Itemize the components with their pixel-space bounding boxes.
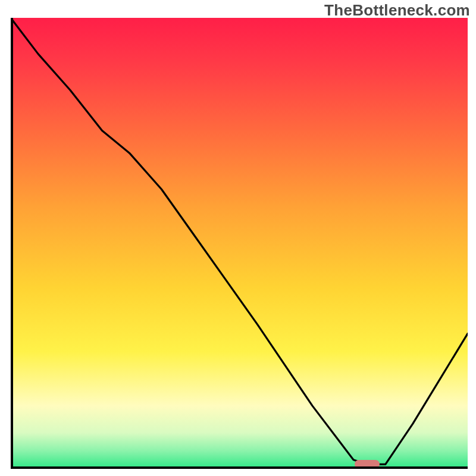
- optimum-marker: [355, 460, 380, 468]
- plot-area: [11, 18, 468, 469]
- curve-path: [11, 18, 468, 464]
- chart-stage: TheBottleneck.com: [0, 0, 476, 476]
- bottleneck-curve: [11, 18, 468, 469]
- watermark-label: TheBottleneck.com: [324, 1, 470, 20]
